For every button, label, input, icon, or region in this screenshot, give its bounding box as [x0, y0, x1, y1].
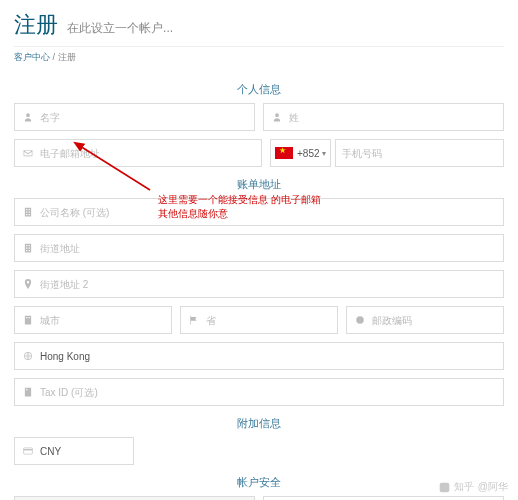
phone-input[interactable]: [342, 148, 497, 159]
postcode-field[interactable]: [346, 306, 504, 334]
section-security-title: 帐户安全: [14, 475, 504, 490]
section-personal-title: 个人信息: [14, 82, 504, 97]
envelope-icon: [21, 148, 35, 158]
badge-icon: [353, 315, 367, 325]
building-icon: [21, 387, 35, 397]
zhihu-icon: [439, 482, 450, 493]
city-field[interactable]: [14, 306, 172, 334]
last-name-input[interactable]: [289, 112, 497, 123]
caret-down-icon: ▾: [322, 149, 326, 158]
svg-point-0: [356, 316, 364, 324]
address2-field[interactable]: [14, 270, 504, 298]
company-input[interactable]: [40, 207, 497, 218]
first-name-field[interactable]: [14, 103, 255, 131]
watermark-site: 知乎: [454, 480, 474, 494]
province-input[interactable]: [206, 315, 331, 326]
watermark-author: @阿华: [478, 480, 508, 494]
breadcrumb-home[interactable]: 客户中心: [14, 52, 50, 62]
phone-field[interactable]: [335, 139, 504, 167]
building-icon: [21, 315, 35, 325]
pin-icon: [21, 279, 35, 289]
page-header: 注册 在此设立一个帐户...: [14, 10, 504, 40]
dialcode-select[interactable]: +852 ▾: [270, 139, 331, 167]
user-icon: [270, 112, 284, 122]
first-name-input[interactable]: [40, 112, 248, 123]
page-subtitle: 在此设立一个帐户...: [67, 21, 173, 35]
password-field[interactable]: [14, 496, 255, 500]
building-icon: [21, 207, 35, 217]
province-field[interactable]: [180, 306, 338, 334]
building-icon: [21, 243, 35, 253]
currency-value[interactable]: [40, 446, 127, 457]
svg-rect-5: [440, 482, 450, 492]
dialcode-value: +852: [297, 148, 320, 159]
address1-field[interactable]: [14, 234, 504, 262]
breadcrumb-sep: /: [53, 52, 56, 62]
email-input[interactable]: [40, 148, 255, 159]
user-icon: [21, 112, 35, 122]
svg-rect-2: [24, 448, 33, 454]
taxid-input[interactable]: [40, 387, 497, 398]
svg-rect-3: [24, 449, 33, 450]
confirm-password-field[interactable]: [263, 496, 504, 500]
section-billing-title: 账单地址: [14, 177, 504, 192]
address1-input[interactable]: [40, 243, 497, 254]
postcode-input[interactable]: [372, 315, 497, 326]
taxid-field[interactable]: [14, 378, 504, 406]
email-field[interactable]: [14, 139, 262, 167]
flag-icon: [187, 315, 201, 325]
country-field[interactable]: [14, 342, 504, 370]
last-name-field[interactable]: [263, 103, 504, 131]
city-input[interactable]: [40, 315, 165, 326]
watermark: 知乎 @阿华: [439, 480, 508, 494]
card-icon: [21, 446, 35, 456]
page-title: 注册: [14, 10, 58, 40]
breadcrumb: 客户中心 / 注册: [14, 46, 504, 72]
address2-input[interactable]: [40, 279, 497, 290]
country-value[interactable]: [40, 351, 497, 362]
flag-icon: [275, 147, 293, 159]
company-field[interactable]: [14, 198, 504, 226]
breadcrumb-current: 注册: [58, 52, 76, 62]
section-additional-title: 附加信息: [14, 416, 504, 431]
currency-field[interactable]: [14, 437, 134, 465]
globe-icon: [21, 351, 35, 361]
